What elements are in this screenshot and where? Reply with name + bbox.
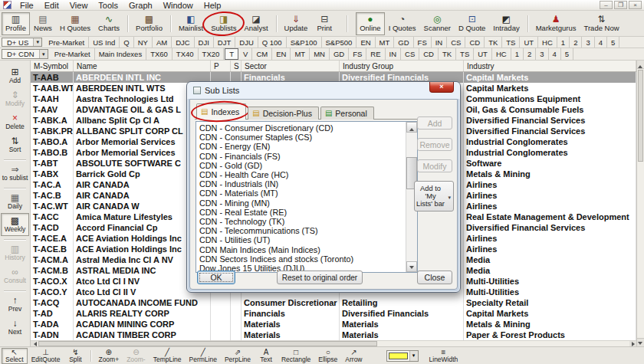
market-tab[interactable]: DJU [235,37,258,48]
perp-line-button[interactable]: ⇗ PerpLine [221,348,255,364]
sublist-item[interactable]: CDN - Gold (GD) [199,161,404,170]
temp-line-button[interactable]: ╱ TempLine [150,348,186,364]
profile-button[interactable]: ▥ Profile [2,12,30,35]
market-tab[interactable]: 1 [511,48,524,60]
sort-button[interactable]: ⇅ Sort [1,133,29,156]
scroll-down-arrow-icon[interactable] [637,338,644,346]
market-tab[interactable]: Main Indexes [95,48,147,60]
market-tab[interactable]: CD [419,48,439,60]
ok-button[interactable]: OK [197,271,235,284]
market-tab[interactable]: TS [502,37,520,48]
dialog-title-bar[interactable]: Sub Lists × [187,82,460,99]
h-quotes-button[interactable]: ▦ H Quotes [56,12,94,35]
market-tab[interactable]: 2 [570,37,582,48]
market-tab[interactable]: Q [120,37,133,48]
market-tab[interactable]: UT [520,37,538,48]
market-tab[interactable]: GD [330,48,349,60]
scroll-left-arrow-icon[interactable] [31,341,38,346]
to-sublist-button[interactable]: ⇒ to sublist [1,162,29,185]
table-row[interactable]: T-ADN ACADIAN TIMBER CORP Materials Mate… [31,330,636,340]
sublist-item[interactable]: CDN - Energy (EN) [199,142,404,151]
market-tab[interactable]: MT [291,48,310,60]
market-tab[interactable]: AM [153,37,172,48]
column-header-s[interactable]: S [231,61,242,71]
tab-personal[interactable]: ▤ Personal [320,107,374,120]
modify-button[interactable]: ⇕ Modify [1,87,29,110]
edit-quote-button[interactable]: ⊥ EditQuote [28,348,64,364]
sublist-item[interactable]: CDN - Materials (MT) [199,189,404,198]
mainlist-button[interactable]: ◧ Mainlist [175,12,207,35]
market-tab[interactable]: S&P500 [322,37,357,48]
market-tab[interactable]: HC [492,48,511,60]
online-button[interactable]: ● Online [356,12,384,35]
sublist-item[interactable]: CDN - Telecommunications (TS) [199,226,404,235]
market-tab[interactable]: GD [394,37,413,48]
sublist-item[interactable]: CDN - Consumer Discretionary (CD) [199,123,404,133]
sublist-item[interactable]: CDN - Consumer Staples (CS) [199,133,404,142]
sublist-item[interactable]: CDN - Mining (MN) [199,198,404,208]
sublists-button[interactable]: ◨ Sublists [207,12,240,35]
consult-button[interactable]: ∞ Consult [1,264,29,287]
sublist-item[interactable]: CDN - Utilities (UT) [199,235,404,244]
dialog-remove-button[interactable]: Remove [417,138,452,151]
split-button[interactable]: ↯ Split [64,348,87,364]
menu-item[interactable]: File [15,1,39,10]
market-tab[interactable]: EN [272,48,291,60]
trade-now-button[interactable]: ⇅ Trade Now [580,12,623,35]
dialog-close-action-button[interactable]: Close [417,271,452,284]
market-tab[interactable]: TK [485,37,502,48]
market-tab[interactable]: S&P100 [287,37,322,48]
market-tab[interactable]: TX60 [146,48,172,60]
dialog-add-button[interactable]: Add [417,116,452,130]
market-tab[interactable]: Q 100 [258,37,287,48]
market-tab[interactable]: 2 [524,48,536,60]
table-row[interactable]: T-ADA ACADIAN MINING CORP Materials Mate… [31,319,636,330]
vertical-scrollbar[interactable] [636,61,644,346]
market-tab[interactable]: CS [401,48,419,60]
market-tab[interactable]: DJI [195,37,214,48]
minimize-button[interactable]: – [600,1,613,9]
menu-item[interactable]: Tools [93,1,123,10]
market-tab[interactable]: 5 [607,37,619,48]
column-header-p[interactable]: P [211,61,231,71]
daily-button[interactable]: ▦ Daily [1,190,29,213]
select-button[interactable]: ↖ Select [2,348,28,364]
marketgurus-button[interactable]: ♟ Marketgurus [532,12,580,35]
sublist-item[interactable]: CDN - Technology (TK) [199,217,404,226]
market-tab[interactable]: EN [356,37,375,48]
prev-button[interactable]: ↑ Prev [1,293,29,316]
update-button[interactable]: ⇓ Update [281,12,312,35]
rectangle-button[interactable]: □ Rectangle [278,348,314,364]
scroll-right-arrow-icon[interactable] [629,341,636,346]
column-header-sector[interactable]: Sector [242,61,340,71]
sublist-item[interactable]: CDN - Financials (FS) [199,152,404,161]
table-row[interactable]: T-AD ALARIS REALTY CORP Financials Diver… [31,308,636,319]
arrow-button[interactable]: ↗ Arrow [341,348,366,364]
market-tab[interactable]: TX40 [172,48,199,60]
dialog-close-button[interactable]: × [429,82,454,93]
market-tab[interactable]: CS [447,37,465,48]
menu-item[interactable]: Window [158,1,199,10]
horizontal-scrollbar[interactable] [31,340,636,346]
d-quote-button[interactable]: ⊡ D Quote [455,12,489,35]
sublist-item[interactable]: CDN Sectors Indices and stocks (Toronto) [199,254,404,264]
dialog-modify-button[interactable]: Modify [417,159,452,172]
market-tab[interactable]: UT [474,48,492,60]
market-tab[interactable]: 3 [582,37,594,48]
market-tab[interactable]: TK [439,48,456,60]
dropdown-arrow-icon[interactable]: ▾ [39,50,48,58]
table-row[interactable]: T-ACQ AUTOCANADA INCOME FUND Consumer Di… [31,297,636,308]
scroll-down-arrow-icon[interactable] [406,261,417,272]
history-button[interactable]: ▥ History [1,241,29,264]
reset-order-button[interactable]: Reset to original order [277,271,363,284]
market-tab[interactable]: CM [252,48,272,60]
market-tab[interactable]: 4 [549,48,561,60]
zoom-in-button[interactable]: ⊕ Zoom+ [94,348,123,364]
color-swatch[interactable] [389,353,408,359]
linewidth-button[interactable]: ≡ LineWidth [426,348,462,364]
charts-button[interactable]: ∿ Charts [94,12,123,35]
line-color-picker[interactable]: ▾ [386,350,419,362]
add-to-mylists-button[interactable]: Add to 'My Lists' bar ▾ [414,181,454,212]
market-tab[interactable]: 1 [557,37,570,48]
market-tab[interactable]: Pre-Market [51,48,95,60]
